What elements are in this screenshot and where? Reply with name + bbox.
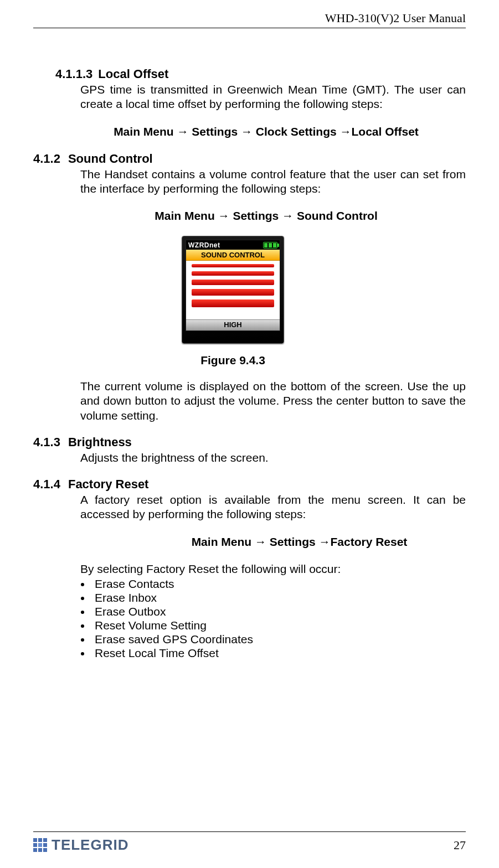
device-figure-wrap: WZRDnet SOUND CONTROL HIGH [0,236,466,344]
list-item: Reset Local Time Offset [91,647,466,660]
heading-title: Sound Control [68,152,153,166]
footer: TELEGRID 27 [0,831,499,854]
list-item: Erase Outbox [91,605,466,618]
volume-bar [192,299,274,307]
figure-caption: Figure 9.4.3 [0,354,466,367]
volume-level-label: HIGH [186,319,280,330]
body-text: GPS time is transmitted in Greenwich Mea… [80,82,466,112]
body-text: The Handset contains a volume control fe… [80,167,466,197]
handset-device: WZRDnet SOUND CONTROL HIGH [182,236,284,344]
header-rule [33,28,466,28]
screen-title: SOUND CONTROL [186,250,280,261]
body-text: A factory reset option is available from… [80,493,466,522]
handset-screen: WZRDnet SOUND CONTROL HIGH [186,240,280,331]
telegrid-logo: TELEGRID [33,836,128,854]
volume-bar [192,289,274,296]
factory-reset-list: Erase Contacts Erase Inbox Erase Outbox … [91,577,466,660]
list-item: Erase Inbox [91,591,466,604]
footer-rule [33,831,466,832]
section-414: 4.1.4 Factory Reset A factory reset opti… [33,477,466,660]
section-412: 4.1.2 Sound Control The Handset contains… [33,152,466,423]
section-413: 4.1.3 Brightness Adjusts the brightness … [33,435,466,465]
heading-number: 4.1.3 [33,435,60,450]
logo-mark-icon [33,838,47,852]
volume-bar [192,280,274,285]
status-bar: WZRDnet [186,240,280,250]
body-text: The current volume is displayed on the b… [80,379,466,423]
heading-title: Factory Reset [68,477,149,492]
battery-icon [263,242,277,249]
heading-sound-control: 4.1.2 Sound Control [33,152,466,166]
body-text: Adjusts the brightness of the screen. [80,451,466,465]
heading-factory-reset: 4.1.4 Factory Reset [33,477,466,492]
section-4113: 4.1.1.3 Local Offset GPS time is transmi… [33,67,466,138]
volume-bar [192,264,274,267]
logo-text: TELEGRID [52,836,128,854]
volume-bar [192,271,274,276]
heading-brightness: 4.1.3 Brightness [33,435,466,450]
document-header-title: WHD-310(V)2 User Manual [33,11,466,25]
list-item: Erase saved GPS Coordinates [91,633,466,646]
volume-bars [186,261,280,319]
heading-title: Local Offset [98,67,168,81]
heading-number: 4.1.2 [33,152,60,166]
menu-path-factory-reset: Main Menu → Settings →Factory Reset [133,535,466,549]
list-item: Reset Volume Setting [91,619,466,632]
menu-path-sound-control: Main Menu → Settings → Sound Control [66,209,466,223]
heading-title: Brightness [68,435,132,450]
heading-local-offset: 4.1.1.3 Local Offset [55,67,466,81]
page-number: 27 [454,838,466,854]
network-label: WZRDnet [188,241,220,249]
menu-path-local-offset: Main Menu → Settings → Clock Settings →L… [66,125,466,138]
list-item: Erase Contacts [91,577,466,591]
heading-number: 4.1.4 [33,477,60,492]
heading-number: 4.1.1.3 [55,67,92,81]
body-text: By selecting Factory Reset the following… [80,562,466,576]
